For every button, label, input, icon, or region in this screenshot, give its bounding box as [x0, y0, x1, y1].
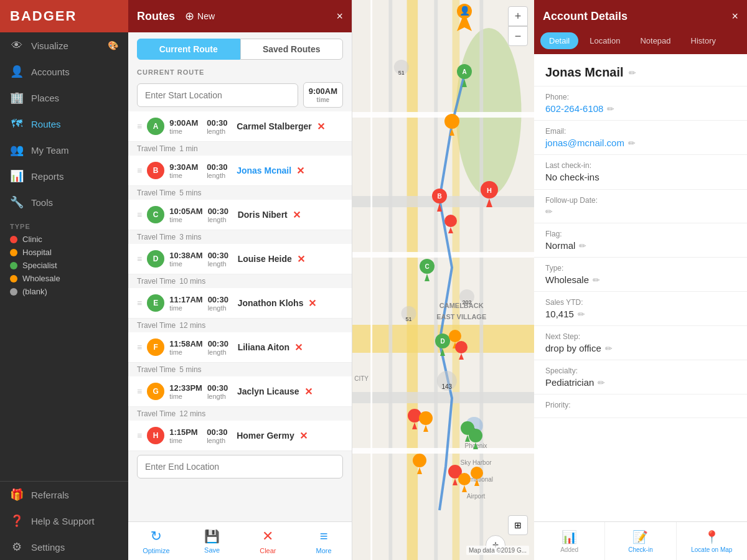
drag-handle[interactable]: ≡: [137, 166, 142, 175]
sidebar-item-label: Routes: [31, 119, 61, 129]
map-layer-button[interactable]: ⊞: [508, 515, 528, 535]
account-panel: Account Details × Detail Location Notepa…: [534, 0, 747, 560]
svg-rect-5: [388, 0, 392, 560]
tab-history[interactable]: History: [682, 32, 725, 49]
svg-text:C: C: [425, 263, 429, 270]
edit-name-icon[interactable]: ✏: [629, 68, 636, 78]
last-checkin-value: No check-ins: [545, 172, 599, 182]
sidebar-item-referrals[interactable]: 🎁 Referrals: [0, 482, 128, 508]
eye-icon: 👁: [10, 39, 24, 52]
stop-remove-button[interactable]: ✕: [308, 297, 316, 309]
edit-phone-icon[interactable]: ✏: [607, 104, 614, 114]
type-blank[interactable]: (blank): [0, 285, 128, 298]
sidebar-item-label: Visualize: [31, 40, 68, 51]
new-route-button[interactable]: ⊕ New: [185, 9, 215, 23]
tab-detail[interactable]: Detail: [540, 32, 578, 49]
stop-time-label: time: [169, 304, 202, 312]
account-header: Account Details ×: [534, 0, 747, 32]
flag-value: Normal: [545, 240, 575, 251]
stop-remove-button[interactable]: ✕: [304, 386, 312, 398]
stop-name[interactable]: Liliana Aiton: [238, 342, 289, 352]
sidebar-item-label: My Team: [31, 145, 69, 156]
type-specialist[interactable]: Specialist: [0, 259, 128, 272]
drag-handle[interactable]: ≡: [137, 210, 142, 220]
stop-remove-button[interactable]: ✕: [294, 342, 303, 353]
tab-notepad[interactable]: Notepad: [631, 32, 679, 49]
save-icon: 💾: [204, 529, 220, 544]
sidebar-item-routes[interactable]: 🗺 Routes: [0, 111, 128, 137]
locate-on-map-button[interactable]: 📍 Locate on Map: [677, 522, 747, 560]
edit-flag-icon[interactable]: ✏: [579, 241, 586, 251]
stop-times-block: 10:38AM time: [169, 251, 202, 268]
email-value[interactable]: jonas@mcnail.com: [545, 138, 624, 148]
zoom-in-button[interactable]: +: [508, 6, 528, 26]
stop-name[interactable]: Jaclyn Licause: [237, 386, 299, 396]
stop-time-label: time: [169, 437, 202, 444]
stop-name[interactable]: Louise Heide: [238, 254, 292, 264]
travel-time-row: Travel Time12 mins: [128, 407, 352, 421]
added-button[interactable]: 📊 Added: [534, 522, 605, 560]
drag-handle[interactable]: ≡: [137, 386, 142, 396]
stop-name[interactable]: Doris Nibert: [238, 210, 288, 220]
svg-text:51: 51: [406, 316, 412, 322]
route-stop-d: ≡ D 10:38AM time 00:30 length Louise Hei…: [128, 244, 352, 274]
edit-specialty-icon[interactable]: ✏: [598, 378, 605, 388]
clear-button[interactable]: ✕ Clear: [240, 522, 296, 560]
account-close-button[interactable]: ×: [731, 10, 738, 23]
optimize-button[interactable]: ↺ Optimize: [128, 522, 184, 560]
tab-saved-routes[interactable]: Saved Routes: [240, 39, 344, 60]
stop-length-label: length: [208, 304, 233, 312]
drag-handle[interactable]: ≡: [137, 298, 142, 308]
start-location-input[interactable]: [137, 83, 298, 107]
field-specialty: Specialty: Pediatrician ✏: [534, 360, 747, 394]
travel-time-value: 12 mins: [179, 409, 205, 418]
sidebar-item-reports[interactable]: 📊 Reports: [0, 163, 128, 189]
edit-next-step-icon[interactable]: ✏: [605, 343, 613, 353]
stop-name[interactable]: Jonas Mcnail: [237, 166, 291, 175]
sidebar-item-my-team[interactable]: 👥 My Team: [0, 137, 128, 163]
type-clinic[interactable]: Clinic: [0, 233, 128, 246]
stop-time-label: time: [169, 128, 202, 135]
drag-handle[interactable]: ≡: [137, 342, 142, 352]
tab-location[interactable]: Location: [581, 32, 629, 49]
stop-name[interactable]: Carmel Stalberger: [237, 121, 312, 131]
drag-handle[interactable]: ≡: [137, 431, 142, 441]
more-button[interactable]: ≡ More: [296, 522, 352, 560]
zoom-out-button[interactable]: −: [508, 26, 528, 46]
sidebar-item-visualize[interactable]: 👁 Visualize 🎨: [0, 32, 128, 58]
stop-time: 1:15PM: [169, 427, 202, 437]
tab-current-route[interactable]: Current Route: [137, 39, 240, 60]
checkin-icon: 📝: [632, 530, 648, 544]
stop-remove-button[interactable]: ✕: [297, 253, 305, 265]
sidebar-item-accounts[interactable]: 👤 Accounts: [0, 58, 128, 85]
stop-remove-button[interactable]: ✕: [293, 209, 301, 221]
sidebar-item-places[interactable]: 🏢 Places: [0, 85, 128, 111]
edit-follow-up-icon[interactable]: ✏: [545, 207, 553, 217]
check-in-button[interactable]: 📝 Check-in: [605, 522, 676, 560]
sidebar-item-tools[interactable]: 🔧 Tools: [0, 189, 128, 215]
sidebar-item-help[interactable]: ❓ Help & Support: [0, 508, 128, 534]
end-location-input[interactable]: [137, 455, 343, 478]
stop-name[interactable]: Jonathon Klohs: [238, 298, 304, 308]
save-button[interactable]: 💾 Save: [184, 522, 240, 560]
type-wholesale[interactable]: Wholesale: [0, 272, 128, 285]
map-area[interactable]: 143 202 51 51 CAMELBACK EAST VILLAGE CIT…: [352, 0, 534, 560]
added-icon: 📊: [561, 530, 577, 544]
phone-value[interactable]: 602-264-6108: [545, 103, 603, 114]
edit-email-icon[interactable]: ✏: [628, 138, 636, 148]
type-hospital[interactable]: Hospital: [0, 246, 128, 259]
travel-time-row: Travel Time1 min: [128, 142, 352, 156]
stop-name[interactable]: Homer Germy: [237, 431, 294, 441]
travel-time-label: Travel Time: [137, 409, 176, 418]
routes-close-button[interactable]: ×: [336, 10, 343, 23]
drag-handle[interactable]: ≡: [137, 254, 142, 264]
drag-handle[interactable]: ≡: [137, 121, 142, 131]
sidebar-item-settings[interactable]: ⚙ Settings: [0, 534, 128, 560]
edit-sales-icon[interactable]: ✏: [578, 309, 585, 319]
stop-length-label: length: [207, 393, 232, 400]
stop-remove-button[interactable]: ✕: [299, 430, 308, 442]
edit-type-icon[interactable]: ✏: [593, 275, 600, 285]
stop-remove-button[interactable]: ✕: [296, 165, 304, 177]
tools-icon: 🔧: [10, 195, 24, 209]
stop-remove-button[interactable]: ✕: [317, 121, 325, 133]
